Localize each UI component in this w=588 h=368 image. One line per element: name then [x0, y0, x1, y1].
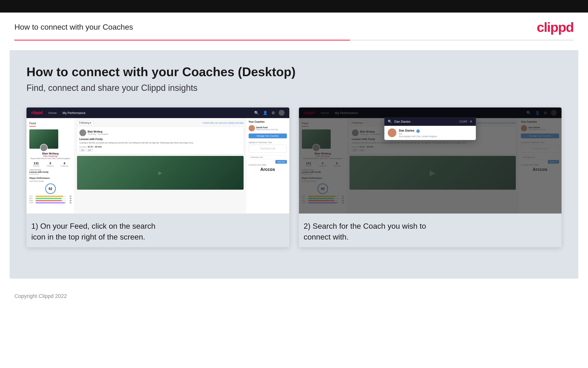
- bar-ott: OTT 90: [29, 195, 71, 197]
- main-subheading: Find, connect and share your Clippd insi…: [26, 83, 562, 93]
- manage-coaches-btn-1[interactable]: Manage Your Coaches: [249, 134, 287, 138]
- search-result-name-row: Dan Davies ✓: [399, 128, 437, 133]
- user-name-1: Blair McHarg: [29, 152, 71, 155]
- search-close-btn[interactable]: ✕: [470, 120, 473, 123]
- bar-putt: PUTT 96: [29, 202, 71, 204]
- caption-num-2: 2): [304, 222, 310, 230]
- following-count-1: 4: [61, 161, 68, 165]
- top-bar: [0, 0, 588, 12]
- tag-app-s: APP: [87, 149, 93, 152]
- user-club-1: Royal North Devon Golf Club, United King…: [29, 157, 71, 159]
- followers-label-1: Followers: [47, 165, 54, 167]
- search-result-name: Dan Davies: [399, 129, 414, 132]
- lesson-text-1: Looking to feel like my hands are exitin…: [79, 141, 241, 144]
- caption-body-2: Search for the Coach you wish toconnect …: [304, 222, 426, 241]
- nav-avatar-1[interactable]: [279, 110, 284, 116]
- latest-label-1: Latest Activity: [29, 169, 71, 171]
- app-nav-performance-1[interactable]: My Performance: [62, 111, 86, 115]
- search-icon-1[interactable]: 🔍: [254, 110, 259, 115]
- latest-activity-1: Lesson with Fordy: [29, 171, 71, 173]
- app-nav-home-1[interactable]: Home: [48, 111, 57, 115]
- bar-app: APP 85: [29, 198, 71, 199]
- perf-title-1: Player Performance: [29, 177, 71, 179]
- trackman-box-1: Trackman Link: [249, 145, 287, 153]
- screenshot-1: clippd Home My Performance 🔍 👤 ⚙ Feed: [26, 108, 289, 247]
- activities-count-1: 131: [33, 161, 40, 165]
- app-nav-logo-1: clippd: [31, 110, 43, 115]
- perf-sub-1: Total Player Quality: [29, 180, 71, 182]
- feed-tab-1[interactable]: Feed: [29, 122, 36, 127]
- main-heading: How to connect with your Coaches (Deskto…: [26, 64, 562, 79]
- logo: clippd: [537, 19, 574, 35]
- coach-card-name-1: David Ford: [256, 126, 278, 129]
- user-stats-1: 131 Activities 3 Followers 4 Following: [29, 161, 71, 167]
- lesson-header-1: Blair McHarg Yesterday · Sunningdale: [79, 129, 241, 136]
- caption-text-2: 2) Search for the Coach you wish toconne…: [304, 221, 557, 242]
- activities-label-1: Activities: [33, 165, 40, 167]
- header-divider: [14, 40, 574, 40]
- app-nav-1: clippd Home My Performance 🔍 👤 ⚙: [26, 108, 289, 118]
- trackman-input-1[interactable]: [249, 155, 287, 159]
- search-query-text[interactable]: Dan Davies: [394, 120, 457, 123]
- header: How to connect with your Coaches clippd: [0, 12, 588, 40]
- duration-label-1: Duration 01 hr : 30 min: [79, 146, 241, 148]
- search-result-role: Pro: [399, 133, 437, 135]
- coach-card-avatar-1: [249, 125, 255, 131]
- screenshot-2: clippd Home My Performance 🔍 👤 ⚙ Feed: [299, 108, 562, 247]
- footer: Copyright Clippd 2022: [0, 288, 588, 304]
- settings-icon-1[interactable]: ⚙: [272, 110, 275, 115]
- tag-row-1: OFF APP: [79, 149, 241, 152]
- arccos-logo-1: Arccos: [249, 167, 287, 172]
- bar-arg: ARG 86: [29, 200, 71, 202]
- following-label-1: Following: [61, 165, 68, 167]
- app-body-1: Feed Blair McHarg Plus Handicap Royal No…: [26, 118, 289, 213]
- coaches-panel-1: Your Coaches David Ford Royal North Devo…: [246, 118, 289, 213]
- app-sidebar-1: Feed Blair McHarg Plus Handicap Royal No…: [26, 118, 75, 213]
- caption-area-2: 2) Search for the Coach you wish toconne…: [299, 213, 562, 247]
- search-box: 🔍 Dan Davies CLEAR ✕ Dan Davies ✓ Pro: [384, 117, 476, 140]
- coach-card-club-1: Royal North Devon Golf Club: [256, 129, 278, 130]
- user-icon-1[interactable]: 👤: [263, 110, 268, 115]
- search-input-row: 🔍 Dan Davies CLEAR ✕: [384, 117, 476, 126]
- play-icon-1: ▶: [158, 170, 162, 176]
- caption-text-1: 1) On your Feed, click on the searchicon…: [31, 221, 284, 242]
- profile-image-1: [29, 129, 58, 149]
- coaches-title-1: Your Coaches: [249, 120, 287, 123]
- video-placeholder-1: ▶: [77, 156, 244, 190]
- latest-date-1: 03 Aug 2022: [29, 173, 71, 175]
- following-btn-1[interactable]: Following ▾: [77, 120, 93, 125]
- page-title: How to connect with your Coaches: [14, 23, 133, 32]
- pro-badge: ✓: [416, 129, 420, 133]
- followers-count-1: 3: [47, 161, 54, 165]
- main-content: How to connect with your Coaches (Deskto…: [10, 50, 578, 279]
- trackman-title-1: Upload a Trackman Test: [249, 141, 287, 144]
- app-screenshot-1: clippd Home My Performance 🔍 👤 ⚙ Feed: [26, 108, 289, 213]
- user-handicap-1: Plus Handicap: [29, 155, 71, 157]
- search-result-item[interactable]: Dan Davies ✓ Pro Sunningdale Golf Club, …: [384, 126, 476, 140]
- perf-bars-1: OTT 90 APP 85 ARG: [29, 195, 71, 204]
- footer-text: Copyright Clippd 2022: [14, 293, 67, 299]
- caption-num-1: 1): [31, 222, 38, 230]
- coach-sub-lesson-1: Yesterday · Sunningdale: [88, 133, 108, 135]
- profile-avatar-1: [40, 144, 48, 152]
- connect-title-1: Connect your data: [249, 164, 287, 166]
- screenshots-row: clippd Home My Performance 🔍 👤 ⚙ Feed: [26, 108, 562, 247]
- app-feed-main-1: Following ▾ Control who can see your act…: [75, 118, 246, 213]
- caption-area-1: 1) On your Feed, click on the searchicon…: [26, 213, 289, 247]
- control-link-1[interactable]: Control who can see your activity and da…: [203, 122, 244, 124]
- search-clear-btn[interactable]: CLEAR: [459, 120, 467, 123]
- search-icon-2: 🔍: [388, 120, 392, 123]
- lesson-title-1: Lesson with Fordy: [79, 138, 241, 140]
- search-result-club: Sunningdale Golf Club, United Kingdom: [399, 135, 437, 138]
- perf-score-1: 92: [45, 184, 56, 194]
- tag-off: OFF: [79, 149, 86, 152]
- search-result-info: Dan Davies ✓ Pro Sunningdale Golf Club, …: [399, 128, 437, 138]
- coach-card-1: David Ford Royal North Devon Golf Club: [249, 125, 287, 131]
- coach-avatar-1: [79, 129, 86, 136]
- following-bar-1: Following ▾ Control who can see your act…: [77, 120, 244, 125]
- app-nav-icons-1: 🔍 👤 ⚙: [254, 110, 284, 116]
- duration-val-1: 01 hr : 30 min: [88, 146, 102, 148]
- app-screenshot-2: clippd Home My Performance 🔍 👤 ⚙ Feed: [299, 108, 562, 213]
- add-link-btn-1[interactable]: Add Link: [275, 160, 287, 164]
- caption-body-1: On your Feed, click on the searchicon in…: [31, 222, 156, 241]
